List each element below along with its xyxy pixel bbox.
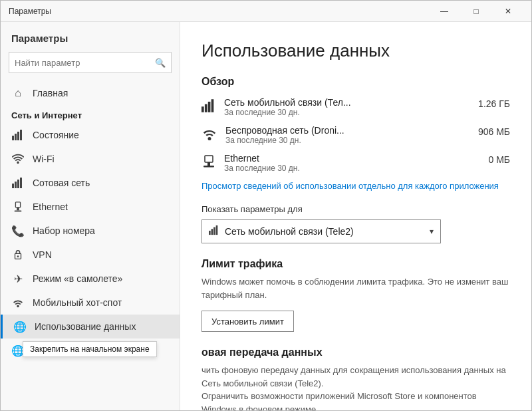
main-content: Использование данных Обзор Сеть мобильно…	[180, 22, 531, 410]
sidebar-item-label: VPN	[33, 249, 52, 260]
wifi-icon	[11, 152, 25, 166]
svg-rect-0	[12, 136, 14, 140]
wifi-amount: 906 МБ	[478, 126, 510, 137]
svg-rect-20	[209, 231, 211, 235]
tooltip: Закрепить на начальном экране	[23, 341, 157, 357]
mobile-sub: За последние 30 дн.	[224, 108, 351, 117]
data-item-mobile: Сеть мобильной связи (Тел... За последни…	[201, 97, 510, 117]
ethernet-data-icon	[201, 154, 216, 173]
airplane-icon: ✈	[11, 272, 25, 285]
sidebar-item-label: Состояние	[33, 130, 79, 140]
sidebar-item-label: Мобильный хот-спот	[33, 297, 122, 308]
svg-rect-13	[201, 106, 204, 112]
home-icon: ⌂	[11, 86, 25, 100]
network-dropdown[interactable]: Сеть мобильной связи (Tele2) ▾	[201, 219, 441, 243]
sidebar-item-hotspot[interactable]: Мобильный хот-спот	[1, 291, 180, 315]
svg-rect-7	[20, 178, 22, 188]
data-item-wifi: Беспроводная сеть (Droni... За последние…	[201, 125, 510, 145]
ethernet-icon	[11, 200, 25, 213]
view-link[interactable]: Просмотр сведений об использовании отдел…	[201, 181, 510, 191]
transfer-title: овая передача данных	[201, 346, 510, 358]
sidebar-section-label: Сеть и Интернет	[1, 105, 180, 123]
mobile-name: Сеть мобильной связи (Тел...	[224, 97, 351, 108]
svg-rect-19	[203, 166, 214, 168]
svg-point-12	[17, 255, 19, 257]
svg-rect-10	[15, 210, 22, 211]
page-title: Использование данных	[201, 41, 510, 61]
usage-icon: 🌐	[13, 320, 27, 333]
sidebar-item-vpn[interactable]: VPN	[1, 243, 180, 267]
svg-rect-4	[12, 184, 14, 188]
minimize-button[interactable]: —	[429, 1, 460, 22]
svg-rect-9	[17, 207, 19, 211]
status-icon	[11, 128, 25, 142]
svg-rect-17	[205, 156, 213, 162]
svg-rect-5	[15, 182, 17, 188]
search-box[interactable]: 🔍	[9, 52, 172, 73]
overview-title: Обзор	[201, 76, 510, 88]
set-limit-button[interactable]: Установить лимит	[201, 311, 294, 332]
dialup-icon: 📞	[11, 224, 25, 237]
svg-rect-1	[15, 134, 17, 140]
search-icon: 🔍	[155, 58, 166, 68]
title-bar: Параметры — □ ✕	[1, 1, 531, 22]
wifi-sub: За последние 30 дн.	[225, 136, 344, 145]
svg-rect-15	[208, 102, 211, 112]
svg-rect-14	[205, 104, 207, 112]
mobile-amount: 1.26 ГБ	[478, 98, 510, 109]
show-params-label: Показать параметры для	[201, 204, 510, 214]
svg-rect-8	[15, 202, 20, 207]
svg-rect-23	[216, 225, 218, 235]
sidebar-header: Параметры	[1, 22, 180, 49]
sidebar-item-home[interactable]: ⌂ Главная	[1, 81, 180, 105]
sidebar-item-label: Сотовая сеть	[33, 178, 90, 188]
sidebar-item-status[interactable]: Состояние	[1, 123, 180, 147]
limit-title: Лимит трафика	[201, 258, 510, 270]
sidebar-item-label: Режим «в самолете»	[33, 273, 122, 284]
sidebar-item-ethernet[interactable]: Ethernet	[1, 195, 180, 219]
sidebar: Параметры 🔍 ⌂ Главная Сеть и Интернет Со…	[1, 22, 180, 410]
sidebar-item-wifi[interactable]: Wi-Fi	[1, 147, 180, 171]
data-item-ethernet: Ethernet За последние 30 дн. 0 МБ	[201, 153, 510, 173]
ethernet-amount: 0 МБ	[488, 154, 510, 165]
svg-rect-2	[17, 132, 19, 140]
sidebar-item-usage[interactable]: 🌐 Использование данных Закрепить на нача…	[1, 315, 180, 339]
hotspot-icon	[11, 296, 25, 309]
svg-rect-22	[213, 227, 215, 235]
dropdown-value: Сеть мобильной связи (Tele2)	[225, 226, 354, 237]
close-button[interactable]: ✕	[493, 1, 523, 22]
svg-rect-16	[211, 99, 214, 112]
transfer-desc2: Ограничить возможности приложений Micros…	[201, 390, 510, 410]
sidebar-item-cellular[interactable]: Сотовая сеть	[1, 171, 180, 195]
svg-rect-21	[211, 229, 213, 235]
settings-window: Параметры — □ ✕ Параметры 🔍 ⌂ Главная Се…	[0, 0, 532, 411]
sidebar-item-dialup[interactable]: 📞 Набор номера	[1, 219, 180, 243]
chevron-down-icon: ▾	[430, 227, 434, 236]
title-bar-controls: — □ ✕	[429, 1, 523, 22]
svg-rect-3	[20, 130, 22, 140]
ethernet-sub: За последние 30 дн.	[224, 164, 300, 173]
sidebar-item-label: Главная	[33, 88, 68, 98]
sidebar-item-label: Wi-Fi	[33, 154, 55, 164]
sidebar-item-label: Ethernet	[33, 202, 68, 212]
transfer-desc1: чить фоновую передачу данных для сокраще…	[201, 364, 510, 390]
mobile-data-icon	[201, 98, 216, 117]
svg-rect-6	[17, 180, 19, 188]
sidebar-item-airplane[interactable]: ✈ Режим «в самолете»	[1, 267, 180, 291]
title-bar-title: Параметры	[9, 7, 51, 16]
dropdown-network-icon	[209, 225, 219, 238]
svg-rect-18	[207, 162, 210, 166]
wifi-data-icon	[201, 126, 217, 145]
sidebar-item-label: Использование данных	[35, 321, 136, 332]
sidebar-item-label: Набор номера	[33, 225, 95, 236]
wifi-name: Беспроводная сеть (Droni...	[225, 125, 344, 136]
cellular-icon	[11, 176, 25, 190]
maximize-button[interactable]: □	[461, 1, 491, 22]
content-area: Параметры 🔍 ⌂ Главная Сеть и Интернет Со…	[1, 22, 531, 410]
limit-desc: Windows может помочь в соблюдении лимита…	[201, 275, 510, 301]
search-input[interactable]	[15, 58, 155, 68]
ethernet-name: Ethernet	[224, 153, 300, 164]
vpn-icon	[11, 248, 25, 261]
